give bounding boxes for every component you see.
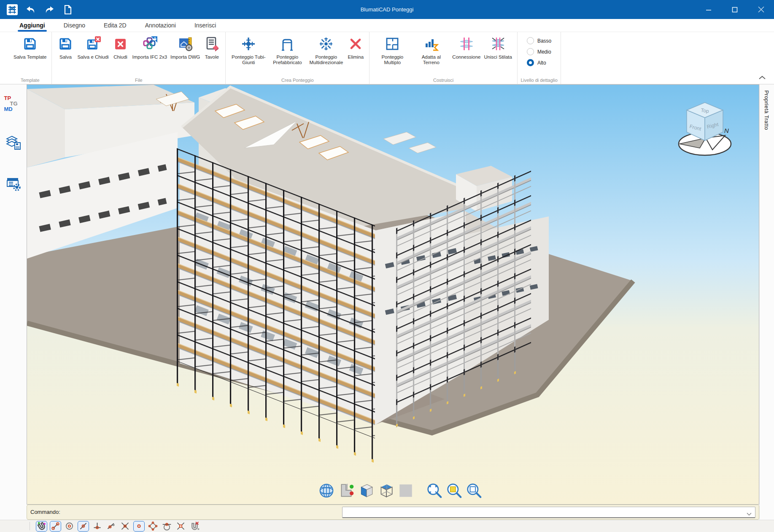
command-label: Commando: [30,509,60,515]
viewport-3d-scene [27,85,759,505]
ribbon-button-importa-dwg[interactable]: Importa DWG [169,35,202,61]
tab-inserisci[interactable]: Inserisci [190,20,220,32]
command-input[interactable] [342,507,755,518]
floorplan-icon [384,36,400,52]
sheets-eraser-icon [204,36,220,52]
zoom-window-icon[interactable] [446,482,463,499]
bars-sigma-icon [423,36,439,52]
ribbon-button-ponteggio-tubi-giunti[interactable]: Ponteggio Tubi-Giunti [229,35,268,67]
radio-circle [527,37,534,44]
zoom-previous-icon[interactable] [466,482,483,499]
import-ifc-icon [142,36,158,52]
ribbon-button-ponteggio-multiplo[interactable]: Ponteggio Multiplo [373,35,412,67]
left-toolbar: TP TG MD [0,84,27,520]
snap-intersection-button[interactable] [119,521,131,532]
detail-radio-basso[interactable]: Basso [527,37,551,44]
mode-tp-tg-md-button[interactable]: TP TG MD [0,84,27,112]
snap-nearest-button[interactable] [105,521,117,532]
ribbon-button-chiudi[interactable]: Chiudi [111,35,131,61]
ribbon-button-salva[interactable]: Salva [55,35,76,61]
table-settings-icon [6,176,21,193]
maximize-button[interactable] [722,0,748,19]
tube-joint-icon [240,36,256,52]
command-dropdown-icon[interactable] [747,510,752,518]
new-document-button[interactable] [62,3,74,16]
navcube-top-label[interactable]: Top [701,107,709,114]
globe-icon[interactable] [318,482,335,499]
title-bar: BlumatiCAD Ponteggi [0,0,774,19]
snap-off-button[interactable] [189,521,200,532]
ribbon-button-connessione[interactable]: Connessione [450,35,482,61]
canvas-color-icon[interactable] [397,482,414,499]
snap-quadrant-button[interactable] [147,521,159,532]
tab-edita-2d[interactable]: Edita 2D [100,20,131,32]
tab-aggiungi[interactable]: Aggiungi [15,20,49,32]
ribbon-button-salva-e-chiudi[interactable]: Salva e Chiudi [76,35,110,61]
ribbon-group-crea-ponteggio: Ponteggio Tubi-Giunti Ponteggio Prefabbr… [226,32,369,84]
ribbon-button-unisci-stilata[interactable]: Unisci Stilata [482,35,513,61]
properties-panel-collapsed[interactable]: Proprietà Tratto [759,84,774,520]
ribbon-button-ponteggio-multidirezionale[interactable]: Ponteggio Multidirezionale [307,35,345,67]
redo-button[interactable] [43,3,56,16]
snap-perpendicular-button[interactable] [92,521,103,532]
ribbon-group-template: Salva Template Template [8,32,52,84]
shaded-view-icon[interactable] [358,482,375,499]
group-label-livello: Livello di dettaglio [518,78,561,83]
properties-panel-title: Proprietà Tratto [763,90,769,130]
group-label-file: File [52,78,225,83]
snap-node-button[interactable] [133,521,145,532]
starburst-icon [318,36,334,52]
connection-icon [458,36,475,52]
tab-disegno[interactable]: Disegno [59,20,89,32]
ucs-origin-icon[interactable] [338,482,355,499]
snap-tangent-button[interactable] [161,521,173,532]
ribbon-button-salva-template[interactable]: Salva Template [12,35,48,61]
view-cube[interactable]: N Top Front Right [675,97,739,160]
minimize-button[interactable] [696,0,722,19]
merge-row-icon [490,36,506,52]
close-button[interactable] [748,0,774,19]
save-icon [57,36,73,52]
navcube-north-label: N [724,127,729,134]
wireframe-view-icon[interactable] [378,482,394,499]
ribbon-button-tavole[interactable]: Tavole [202,35,222,61]
snap-midpoint-button[interactable] [78,521,89,532]
snap-center-button[interactable] [64,521,75,532]
frame-icon [279,36,295,52]
table-settings-button[interactable] [0,176,27,193]
detail-radio-medio[interactable]: Medio [527,48,551,55]
snap-toggle-button[interactable] [36,521,47,532]
undo-button[interactable] [24,3,37,16]
snap-toolbar [0,520,774,532]
tab-annotazioni[interactable]: Annotazioni [141,20,180,32]
viewport-3d[interactable]: N Top Front Right [27,84,759,505]
command-bar: Commando: [27,505,759,520]
snap-toolbar-divider [30,522,30,530]
ribbon-group-livello-dettaglio: Basso Medio Alto Livello di dettaglio [518,32,561,84]
group-label-crea-ponteggio: Crea Ponteggio [226,78,369,83]
snap-apparent-intersection-button[interactable] [175,521,186,532]
layers-form-button[interactable] [0,135,27,152]
zoom-extents-icon[interactable] [426,482,443,499]
radio-circle-selected [527,59,534,66]
ribbon-button-importa-ifc[interactable]: Importa IFC 2x3 [131,35,169,61]
delete-x-icon [348,36,364,52]
ribbon-group-costruisci: Ponteggio Multiplo Adatta al Terreno Con… [369,32,518,84]
app-logo-icon[interactable] [6,3,19,16]
ribbon-collapse-button[interactable] [758,75,766,81]
ribbon-button-adatta-al-terreno[interactable]: Adatta al Terreno [412,35,450,67]
snap-endpoint-button[interactable] [50,521,61,532]
viewport-toolbar [318,482,483,499]
group-label-template: Template [8,78,51,83]
close-red-icon [113,36,129,52]
ribbon-button-ponteggio-prefabbricato[interactable]: Ponteggio Prefabbricato [268,35,307,67]
group-label-costruisci: Costruisci [369,78,517,83]
radio-circle [527,48,534,55]
ribbon-button-elimina[interactable]: Elimina [345,35,366,61]
window-title: BlumatiCAD Ponteggi [0,6,774,13]
ribbon: Salva Template Template Salva Salva e Ch… [0,32,774,84]
save-close-icon [85,36,101,52]
ribbon-tab-bar: Aggiungi Disegno Edita 2D Annotazioni In… [0,19,774,32]
detail-radio-alto[interactable]: Alto [527,59,551,66]
save-icon [22,36,38,52]
